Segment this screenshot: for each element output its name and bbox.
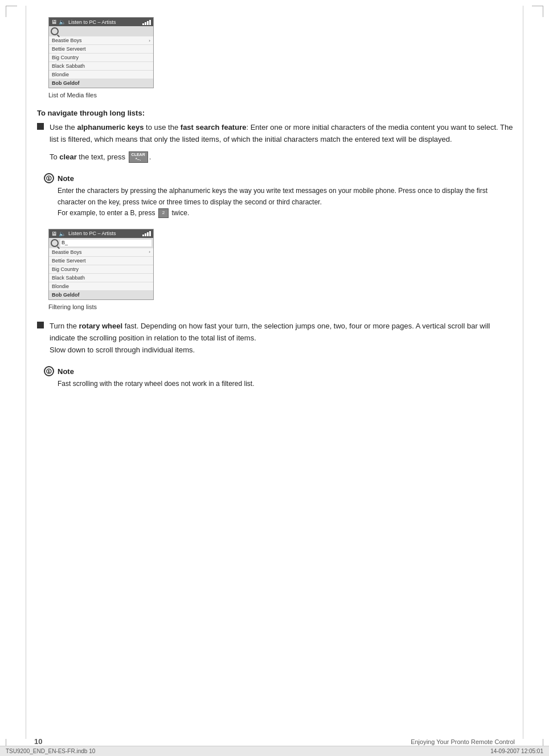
screen-icon: 🖥 — [51, 19, 57, 25]
bullet-content-2: Turn the rotary wheel fast. Depending on… — [50, 321, 515, 356]
note1-label: Note — [58, 174, 74, 183]
arrow-icon: › — [149, 38, 150, 43]
list-item: Bettie Serveert — [49, 257, 153, 265]
clear-instruction: To clear the text, press CLEAR *–. . — [50, 151, 515, 163]
note1-title: 🛈 Note — [44, 173, 508, 183]
corner-tr — [532, 6, 543, 17]
speaker-icon-2: 🔈 — [59, 231, 65, 237]
speaker-icon: 🔈 — [59, 19, 65, 25]
signal-bars-1 — [142, 19, 151, 25]
widget1-caption: List of Media files — [48, 92, 515, 98]
bottom-right-text: 14-09-2007 12:05:01 — [490, 748, 543, 754]
list-item: Bettie Serveert — [49, 45, 153, 54]
page-number: 10 — [34, 737, 42, 746]
bar2 — [145, 22, 146, 25]
note2-content: Fast scrolling with the rotary wheel doe… — [58, 379, 508, 389]
note1-content: Enter the characters by pressing the alp… — [58, 186, 508, 219]
list-item: Big Country — [49, 265, 153, 274]
widget1-header-icons: 🖥 🔈 Listen to PC – Artists — [51, 19, 116, 25]
signal-bars-2 — [142, 231, 151, 236]
widget2-area: 🖥 🔈 Listen to PC – Artists B_ — [48, 229, 515, 310]
widget2-header: 🖥 🔈 Listen to PC – Artists — [49, 229, 153, 238]
widget1-list: Beastie Boys › Bettie Serveert Big Count… — [49, 36, 153, 88]
widget2-list: Beastie Boys › Bettie Serveert Big Count… — [49, 248, 153, 299]
widget2-title: Listen to PC – Artists — [68, 231, 116, 236]
bottom-bar: TSU9200_END_EN-ES-FR.indb 10 14-09-2007 … — [0, 746, 549, 756]
list-item: Big Country — [49, 54, 153, 62]
footer: 10 Enjoying Your Pronto Remote Control — [34, 737, 515, 746]
main-content: 🖥 🔈 Listen to PC – Artists — [37, 17, 515, 395]
media-widget-1: 🖥 🔈 Listen to PC – Artists — [48, 17, 154, 88]
list-item-selected: Bob Geldof — [49, 291, 153, 299]
bullet-content-1: Use the alphanumeric keys to use the fas… — [50, 122, 515, 146]
footer-text: Enjoying Your Pronto Remote Control — [411, 738, 515, 745]
bar3 — [147, 232, 149, 236]
widget1-header: 🖥 🔈 Listen to PC – Artists — [49, 18, 153, 26]
note1-icon: 🛈 — [44, 173, 54, 183]
bold-rotary: rotary wheel — [79, 322, 123, 330]
bar2 — [145, 233, 146, 236]
note2-title: 🛈 Note — [44, 366, 508, 376]
media-widget-2: 🖥 🔈 Listen to PC – Artists B_ — [48, 229, 154, 300]
bold-fast-search: fast search feature — [181, 123, 247, 132]
widget1-area: 🖥 🔈 Listen to PC – Artists — [48, 17, 515, 98]
bold-alphanumeric: alphanumeric keys — [77, 123, 144, 132]
list-item-selected: Bob Geldof — [49, 79, 153, 88]
bottom-left-text: TSU9200_END_EN-ES-FR.indb 10 — [6, 748, 95, 754]
corner-tl — [6, 6, 17, 17]
search-icon-1 — [51, 27, 59, 35]
list-item: Black Sabbath — [49, 62, 153, 71]
bold-clear: clear — [59, 153, 76, 161]
bar1 — [142, 235, 144, 236]
bar4 — [149, 231, 151, 236]
note-box-1: 🛈 Note Enter the characters by pressing … — [37, 169, 515, 223]
left-border — [26, 6, 26, 739]
list-item: Black Sabbath — [49, 274, 153, 282]
search-icon-2 — [51, 239, 59, 247]
bullet-square-1 — [37, 123, 44, 130]
note2-label: Note — [58, 367, 74, 376]
bar4 — [149, 20, 151, 25]
right-border — [523, 6, 523, 739]
list-item: Beastie Boys › — [49, 248, 153, 257]
bullet-square-2 — [37, 322, 44, 328]
widget1-search-row — [49, 26, 153, 36]
arrow-icon: › — [149, 249, 150, 254]
clear-button-image: CLEAR *–. — [129, 151, 148, 163]
list-item: Blondie — [49, 282, 153, 291]
screen-icon-2: 🖥 — [51, 231, 57, 237]
widget1-title: Listen to PC – Artists — [68, 19, 116, 25]
bar3 — [147, 21, 149, 25]
widget2-search-row: B_ — [49, 238, 153, 248]
bullet-item-2: Turn the rotary wheel fast. Depending on… — [37, 321, 515, 356]
key-2-button: 2 — [158, 208, 169, 218]
page: 🖥 🔈 Listen to PC – Artists — [0, 0, 549, 756]
widget2-caption: Filtering long lists — [48, 303, 515, 310]
list-item: Beastie Boys › — [49, 36, 153, 45]
widget2-search-text[interactable]: B_ — [60, 240, 151, 246]
list-item: Blondie — [49, 71, 153, 79]
note-box-2: 🛈 Note Fast scrolling with the rotary wh… — [37, 361, 515, 394]
bar1 — [142, 23, 144, 25]
widget2-header-icons: 🖥 🔈 Listen to PC – Artists — [51, 231, 116, 237]
bullet-item-1: Use the alphanumeric keys to use the fas… — [37, 122, 515, 146]
section1-heading: To navigate through long lists: — [37, 109, 515, 117]
note2-icon: 🛈 — [44, 366, 54, 376]
